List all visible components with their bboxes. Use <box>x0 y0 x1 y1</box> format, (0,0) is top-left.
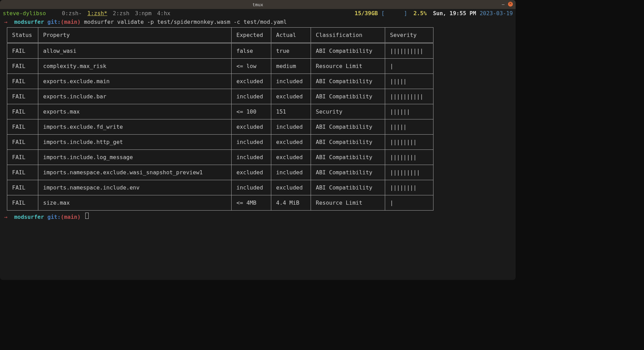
th-actual: Actual <box>271 28 311 43</box>
cell-expected: <= low <box>232 59 271 74</box>
git-branch: main <box>64 19 77 25</box>
cell-expected: excluded <box>232 74 271 89</box>
table-row: FAILcomplexity.max_risk<= lowmediumResou… <box>7 59 433 74</box>
cell-severity: | <box>385 59 433 74</box>
cell-status: FAIL <box>7 165 38 180</box>
cell-expected: excluded <box>232 165 271 180</box>
cell-severity: |||||||| <box>385 135 433 150</box>
bracket-open: [ <box>381 10 385 17</box>
tmux-tab-2[interactable]: 2:zsh <box>111 10 131 17</box>
cell-actual: included <box>271 119 311 135</box>
cell-expected: excluded <box>232 119 271 135</box>
cell-severity: ||||| <box>385 74 433 89</box>
cell-actual: included <box>271 74 311 89</box>
memory-usage: 15/39GB <box>355 10 378 17</box>
th-expected: Expected <box>232 28 271 43</box>
terminal-content[interactable]: → modsurfer git:(main) modsurfer validat… <box>0 17 516 222</box>
cell-status: FAIL <box>7 180 38 195</box>
table-row: FAILexports.max<= 100151Security|||||| <box>7 104 433 119</box>
table-row: FAILimports.exclude.fd_writeexcludedincl… <box>7 119 433 135</box>
cursor-icon <box>85 213 89 219</box>
th-status: Status <box>7 28 38 43</box>
cell-expected: <= 100 <box>232 104 271 119</box>
cell-status: FAIL <box>7 59 38 74</box>
table-header-row: Status Property Expected Actual Classifi… <box>7 28 433 43</box>
cell-property: complexity.max_risk <box>38 59 232 74</box>
cell-property: imports.namespace.include.env <box>38 180 232 195</box>
bracket-close: ] <box>404 10 407 17</box>
cell-actual: excluded <box>271 150 311 165</box>
cell-classification: ABI Compatibility <box>311 165 385 180</box>
prompt-line-1: → modsurfer git:(main) modsurfer validat… <box>4 19 511 25</box>
cell-property: exports.include.bar <box>38 89 232 104</box>
table-row: FAILexports.include.barincludedexcludedA… <box>7 89 433 104</box>
th-severity: Severity <box>385 28 433 43</box>
prompt-arrow-icon: → <box>4 214 8 220</box>
prompt-dir: modsurfer <box>14 19 44 25</box>
cell-classification: Security <box>311 104 385 119</box>
cell-severity: |||||||||| <box>385 89 433 104</box>
cpu-percent: 2.5% <box>413 10 427 17</box>
cell-status: FAIL <box>7 104 38 119</box>
git-paren-close: ) <box>77 19 81 25</box>
cell-severity: ||||||||| <box>385 165 433 180</box>
cell-classification: ABI Compatibility <box>311 135 385 150</box>
cell-actual: 151 <box>271 104 311 119</box>
table-row: FAILimports.include.log_messageincludede… <box>7 150 433 165</box>
tmux-tab-1[interactable]: 1:zsh* <box>85 10 109 17</box>
cell-property: imports.include.http_get <box>38 135 232 150</box>
tmux-tab-3[interactable]: 3:npm <box>133 10 154 17</box>
prompt-arrow-icon: → <box>4 19 8 25</box>
cell-classification: ABI Compatibility <box>311 119 385 135</box>
git-paren-open: ( <box>61 214 64 220</box>
cell-status: FAIL <box>7 74 38 89</box>
cell-expected: included <box>232 150 271 165</box>
cell-classification: Resource Limit <box>311 195 385 211</box>
cell-classification: ABI Compatibility <box>311 74 385 89</box>
cell-classification: ABI Compatibility <box>311 43 385 59</box>
git-paren-close: ) <box>77 214 81 220</box>
window-controls: — <box>500 1 513 7</box>
table-row: FAILimports.namespace.exclude.wasi_snaps… <box>7 165 433 180</box>
cell-status: FAIL <box>7 135 38 150</box>
tmux-status-bar: steve-dylibso 0:zsh- 1:zsh* 2:zsh 3:npm … <box>0 9 516 17</box>
git-paren-open: ( <box>61 19 64 25</box>
table-body: FAILallow_wasifalsetrueABI Compatibility… <box>7 43 433 211</box>
git-label: git: <box>47 214 61 220</box>
close-icon[interactable] <box>508 2 513 7</box>
cell-severity: |||||||| <box>385 150 433 165</box>
tmux-tab-0[interactable]: 0:zsh- <box>60 10 84 17</box>
cell-severity: | <box>385 195 433 211</box>
cell-property: size.max <box>38 195 232 211</box>
table-row: FAILimports.include.http_getincludedexcl… <box>7 135 433 150</box>
cell-status: FAIL <box>7 119 38 135</box>
th-property: Property <box>38 28 232 43</box>
cell-classification: Resource Limit <box>311 59 385 74</box>
cell-expected: included <box>232 180 271 195</box>
git-branch: main <box>64 214 77 220</box>
validation-table-wrap: Status Property Expected Actual Classifi… <box>4 25 511 213</box>
cell-status: FAIL <box>7 43 38 59</box>
cell-classification: ABI Compatibility <box>311 89 385 104</box>
cell-actual: included <box>271 165 311 180</box>
cell-severity: ||||| <box>385 119 433 135</box>
cell-status: FAIL <box>7 150 38 165</box>
tmux-tabs: 0:zsh- 1:zsh* 2:zsh 3:npm 4:hx <box>60 10 354 17</box>
cell-expected: <= 4MB <box>232 195 271 211</box>
titlebar: tmux — <box>0 0 516 9</box>
cell-classification: ABI Compatibility <box>311 180 385 195</box>
clock: Sun, 19:55 PM <box>433 10 476 17</box>
table-row: FAILsize.max<= 4MB4.4 MiBResource Limit| <box>7 195 433 211</box>
hostname: steve-dylibso <box>3 10 46 17</box>
date: 2023-03-19 <box>480 10 513 17</box>
cell-actual: true <box>271 43 311 59</box>
cell-property: imports.include.log_message <box>38 150 232 165</box>
cell-actual: medium <box>271 59 311 74</box>
tmux-tab-4[interactable]: 4:hx <box>155 10 173 17</box>
cell-actual: 4.4 MiB <box>271 195 311 211</box>
cell-property: allow_wasi <box>38 43 232 59</box>
cell-property: exports.exclude.main <box>38 74 232 89</box>
minimize-icon[interactable]: — <box>500 1 506 7</box>
validation-table: Status Property Expected Actual Classifi… <box>7 27 433 211</box>
window-title: tmux <box>252 2 263 7</box>
